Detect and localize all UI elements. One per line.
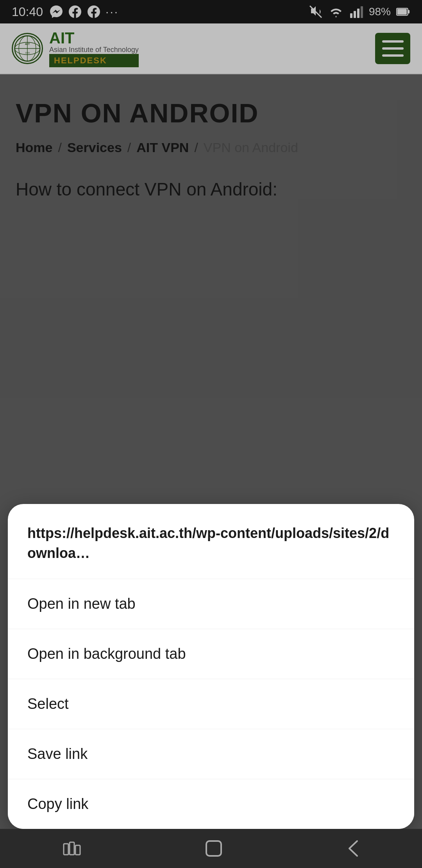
- context-menu-url-text: https://helpdesk.ait.ac.th/wp-content/up…: [27, 524, 395, 563]
- home-button[interactable]: [181, 832, 246, 865]
- back-button[interactable]: [323, 832, 384, 865]
- context-menu-select[interactable]: Select: [8, 679, 414, 729]
- context-menu-open-new-tab[interactable]: Open in new tab: [8, 579, 414, 629]
- svg-rect-15: [64, 844, 68, 855]
- context-menu-copy-link[interactable]: Copy link: [8, 779, 414, 829]
- context-menu: https://helpdesk.ait.ac.th/wp-content/up…: [8, 504, 414, 829]
- svg-rect-16: [70, 842, 74, 855]
- bottom-nav: [0, 829, 422, 868]
- home-icon: [205, 839, 223, 857]
- context-menu-url-section: https://helpdesk.ait.ac.th/wp-content/up…: [8, 504, 414, 579]
- svg-rect-17: [75, 845, 80, 855]
- recent-apps-icon: [62, 841, 81, 856]
- context-menu-save-link[interactable]: Save link: [8, 729, 414, 779]
- context-menu-open-background-tab[interactable]: Open in background tab: [8, 629, 414, 679]
- back-icon: [346, 839, 360, 857]
- svg-rect-18: [206, 841, 221, 856]
- recent-apps-button[interactable]: [38, 833, 105, 864]
